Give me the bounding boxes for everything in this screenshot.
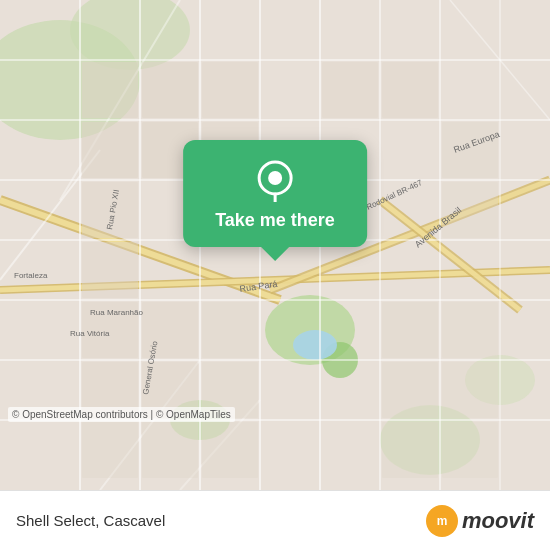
svg-text:Rua Maranhão: Rua Maranhão [90,308,143,317]
svg-rect-44 [382,62,438,118]
svg-rect-61 [442,302,498,358]
moovit-text: moovit [462,508,534,534]
location-pin-icon [253,158,297,202]
svg-rect-58 [382,422,438,478]
bottom-bar: Shell Select, Cascavel m moovit [0,490,550,550]
svg-rect-57 [382,362,438,418]
svg-point-74 [268,171,282,185]
svg-rect-38 [142,62,198,118]
svg-rect-56 [382,302,438,358]
svg-point-8 [293,330,337,360]
svg-text:Rua Vitória: Rua Vitória [70,329,110,338]
svg-rect-49 [82,422,138,478]
place-name: Shell Select, Cascavel [16,512,165,529]
map-attribution: © OpenStreetMap contributors | © OpenMap… [8,407,235,422]
svg-rect-55 [202,422,258,478]
svg-rect-52 [142,422,198,478]
svg-rect-63 [442,422,498,478]
svg-text:Fortaleza: Fortaleza [14,271,48,280]
svg-rect-43 [322,62,378,118]
moovit-logo: m moovit [426,505,534,537]
popup-card[interactable]: Take me there [183,140,367,247]
svg-rect-62 [442,362,498,418]
map-container: Rua Europa Fortaleza Rua Pio XII Rua Par… [0,0,550,490]
moovit-icon: m [426,505,458,537]
svg-rect-41 [202,62,258,118]
svg-rect-37 [82,62,138,118]
svg-rect-53 [202,302,258,358]
svg-rect-46 [82,242,138,298]
popup-label: Take me there [215,210,335,231]
svg-rect-39 [82,122,138,178]
svg-text:m: m [437,514,448,528]
svg-rect-59 [442,122,498,178]
